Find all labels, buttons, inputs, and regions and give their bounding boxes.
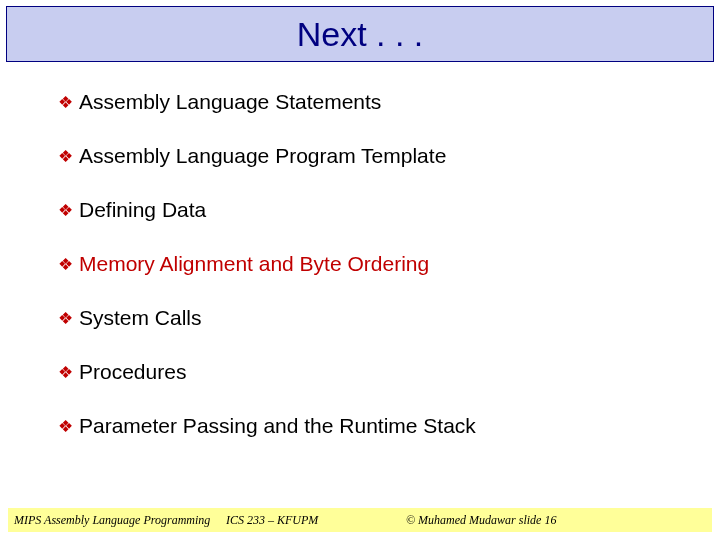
diamond-bullet-icon: ❖: [58, 146, 73, 168]
footer-bar: MIPS Assembly Language Programming ICS 2…: [8, 508, 712, 532]
content-area: ❖ Assembly Language Statements ❖ Assembl…: [0, 62, 720, 438]
list-item: ❖ Procedures: [58, 360, 720, 384]
bullet-label-active: Memory Alignment and Byte Ordering: [79, 252, 429, 276]
title-banner: Next . . .: [6, 6, 714, 62]
bullet-label: Defining Data: [79, 198, 206, 222]
list-item: ❖ Assembly Language Statements: [58, 90, 720, 114]
footer-course-title: MIPS Assembly Language Programming: [8, 513, 226, 528]
bullet-label: Assembly Language Program Template: [79, 144, 446, 168]
list-item: ❖ Parameter Passing and the Runtime Stac…: [58, 414, 720, 438]
list-item: ❖ Assembly Language Program Template: [58, 144, 720, 168]
diamond-bullet-icon: ❖: [58, 308, 73, 330]
diamond-bullet-icon: ❖: [58, 200, 73, 222]
list-item: ❖ Memory Alignment and Byte Ordering: [58, 252, 720, 276]
diamond-bullet-icon: ❖: [58, 416, 73, 438]
footer-author-slide: © Muhamed Mudawar slide 16: [406, 513, 712, 528]
diamond-bullet-icon: ❖: [58, 92, 73, 114]
bullet-label: Parameter Passing and the Runtime Stack: [79, 414, 476, 438]
footer-course-code: ICS 233 – KFUPM: [226, 513, 406, 528]
diamond-bullet-icon: ❖: [58, 254, 73, 276]
diamond-bullet-icon: ❖: [58, 362, 73, 384]
bullet-label: Procedures: [79, 360, 186, 384]
slide-title: Next . . .: [297, 15, 424, 54]
list-item: ❖ System Calls: [58, 306, 720, 330]
list-item: ❖ Defining Data: [58, 198, 720, 222]
bullet-label: System Calls: [79, 306, 202, 330]
bullet-label: Assembly Language Statements: [79, 90, 381, 114]
